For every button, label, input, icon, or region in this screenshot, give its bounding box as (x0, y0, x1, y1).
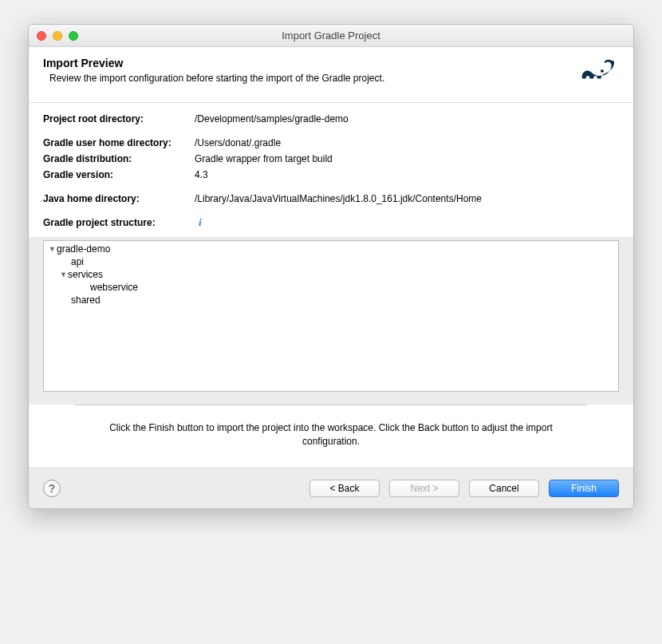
structure-label: Gradle project structure: (43, 217, 195, 228)
footer-area: Click the Finish button to import the pr… (29, 405, 633, 468)
chevron-down-icon[interactable]: ▼ (60, 271, 68, 279)
tree-label: services (68, 269, 103, 280)
distribution-value: Gradle wrapper from target build (195, 153, 619, 164)
zoom-icon[interactable] (69, 31, 78, 41)
tree-node-root[interactable]: ▼gradle-demo (49, 243, 613, 255)
tree-node-services[interactable]: ▼services (49, 268, 613, 281)
tree-label: gradle-demo (57, 243, 110, 255)
tree-node-shared[interactable]: shared (49, 294, 613, 306)
cancel-button[interactable]: Cancel (469, 480, 539, 497)
page-subtitle: Review the import configuration before s… (43, 73, 384, 84)
tree-label: webservice (90, 282, 138, 293)
tree-node-webservice[interactable]: webservice (49, 281, 613, 294)
gradle-logo-icon (579, 57, 619, 91)
user-home-value: /Users/donat/.gradle (195, 137, 619, 148)
chevron-down-icon[interactable]: ▼ (49, 245, 57, 253)
close-icon[interactable] (37, 31, 46, 41)
info-icon[interactable]: i (195, 217, 206, 228)
header-section: Import Preview Review the import configu… (29, 47, 633, 103)
tree-node-api[interactable]: api (49, 255, 613, 268)
project-tree[interactable]: ▼gradle-demo api ▼services webservice sh… (43, 240, 619, 392)
minimize-icon[interactable] (53, 31, 62, 41)
project-root-value: /Development/samples/gradle-demo (195, 113, 619, 124)
page-title: Import Preview (43, 57, 384, 69)
window-controls (29, 31, 78, 41)
java-home-value: /Library/Java/JavaVirtualMachines/jdk1.8… (195, 193, 619, 204)
finish-button[interactable]: Finish (549, 480, 619, 497)
version-value: 4.3 (195, 169, 619, 180)
next-button: Next > (389, 480, 459, 497)
back-button[interactable]: < Back (309, 480, 380, 497)
dialog-window: Import Gradle Project Import Preview Rev… (28, 24, 634, 509)
instruction-text: Click the Finish button to import the pr… (43, 417, 619, 456)
content-area: Project root directory: /Development/sam… (29, 103, 633, 237)
distribution-label: Gradle distribution: (43, 153, 195, 164)
divider (75, 405, 587, 405)
window-title: Import Gradle Project (29, 30, 633, 41)
help-icon[interactable]: ? (43, 480, 61, 497)
user-home-label: Gradle user home directory: (43, 137, 195, 148)
java-home-label: Java home directory: (43, 193, 195, 204)
titlebar: Import Gradle Project (29, 25, 633, 47)
project-root-label: Project root directory: (43, 113, 195, 124)
version-label: Gradle version: (43, 169, 195, 180)
tree-label: api (71, 256, 84, 267)
tree-label: shared (71, 294, 100, 306)
button-bar: ? < Back Next > Cancel Finish (29, 468, 633, 508)
